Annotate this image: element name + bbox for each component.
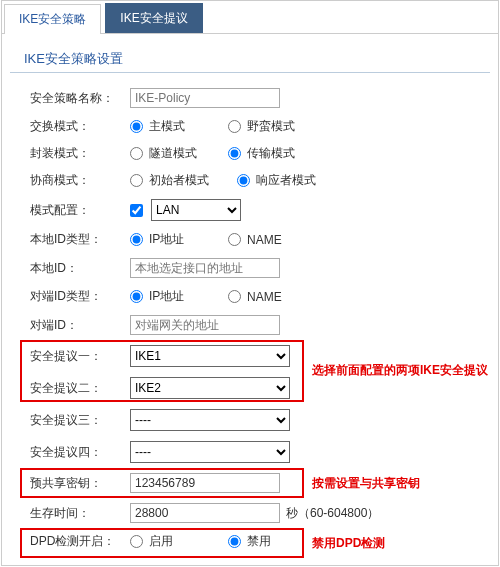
row-local-id: 本地ID： — [2, 253, 498, 283]
radio-peerid-name-label: NAME — [247, 290, 282, 304]
row-psk: 预共享密钥： — [2, 468, 498, 498]
select-proposal3[interactable]: ---- — [130, 409, 290, 431]
radio-dpd-disable[interactable]: 禁用 — [228, 533, 298, 550]
radio-nego-initiator[interactable]: 初始者模式 — [130, 172, 209, 189]
radio-encap-transport-input[interactable] — [228, 147, 241, 160]
checkbox-mode-config[interactable] — [130, 204, 143, 217]
tab-ike-proposal[interactable]: IKE安全提议 — [105, 3, 202, 33]
radio-localid-ip[interactable]: IP地址 — [130, 231, 200, 248]
radio-peerid-ip-input[interactable] — [130, 290, 143, 303]
lifetime-suffix: 秒（60-604800） — [286, 505, 379, 522]
label-psk: 预共享密钥： — [30, 475, 130, 492]
label-mode-config: 模式配置： — [30, 202, 130, 219]
label-peer-id: 对端ID： — [30, 317, 130, 334]
label-policy-name: 安全策略名称： — [30, 90, 130, 107]
tab-bar: IKE安全策略 IKE安全提议 — [2, 1, 498, 34]
radio-exchange-aggr-input[interactable] — [228, 120, 241, 133]
radio-exchange-main-input[interactable] — [130, 120, 143, 133]
label-proposal2: 安全提议二： — [30, 380, 130, 397]
radio-localid-name-label: NAME — [247, 233, 282, 247]
radio-encap-tunnel-input[interactable] — [130, 147, 143, 160]
radio-peerid-name[interactable]: NAME — [228, 290, 298, 304]
radio-localid-name-input[interactable] — [228, 233, 241, 246]
row-proposal1: 安全提议一： IKE1 — [2, 340, 498, 372]
radio-dpd-disable-label: 禁用 — [247, 533, 271, 550]
label-dpd: DPD检测开启： — [30, 533, 130, 550]
label-proposal1: 安全提议一： — [30, 348, 130, 365]
label-proposal4: 安全提议四： — [30, 444, 130, 461]
radio-nego-initiator-input[interactable] — [130, 174, 143, 187]
row-policy-name: 安全策略名称： — [2, 83, 498, 113]
row-peer-id: 对端ID： — [2, 310, 498, 340]
radio-localid-name[interactable]: NAME — [228, 233, 298, 247]
input-peer-id[interactable] — [130, 315, 280, 335]
input-psk[interactable] — [130, 473, 280, 493]
label-lifetime: 生存时间： — [30, 505, 130, 522]
row-nego-mode: 协商模式： 初始者模式 响应者模式 — [2, 167, 498, 194]
row-mode-config: 模式配置： LAN — [2, 194, 498, 226]
select-mode-config[interactable]: LAN — [151, 199, 241, 221]
select-proposal1[interactable]: IKE1 — [130, 345, 290, 367]
radio-exchange-aggr[interactable]: 野蛮模式 — [228, 118, 298, 135]
label-exchange-mode: 交换模式： — [30, 118, 130, 135]
row-proposal4: 安全提议四： ---- — [2, 436, 498, 468]
radio-encap-transport[interactable]: 传输模式 — [228, 145, 298, 162]
input-lifetime[interactable] — [130, 503, 280, 523]
radio-nego-responder-input[interactable] — [237, 174, 250, 187]
radio-peerid-ip-label: IP地址 — [149, 288, 184, 305]
label-proposal3: 安全提议三： — [30, 412, 130, 429]
radio-peerid-ip[interactable]: IP地址 — [130, 288, 200, 305]
radio-dpd-enable-input[interactable] — [130, 535, 143, 548]
row-exchange-mode: 交换模式： 主模式 野蛮模式 — [2, 113, 498, 140]
row-proposal2: 安全提议二： IKE2 — [2, 372, 498, 404]
radio-exchange-main-label: 主模式 — [149, 118, 185, 135]
radio-nego-responder[interactable]: 响应者模式 — [237, 172, 316, 189]
row-lifetime: 生存时间： 秒（60-604800） — [2, 498, 498, 528]
row-peer-id-type: 对端ID类型： IP地址 NAME — [2, 283, 498, 310]
label-encap-mode: 封装模式： — [30, 145, 130, 162]
radio-nego-initiator-label: 初始者模式 — [149, 172, 209, 189]
radio-encap-transport-label: 传输模式 — [247, 145, 295, 162]
radio-dpd-enable[interactable]: 启用 — [130, 533, 200, 550]
dpd-block: 禁用DPD检测 DPD检测开启： 启用 禁用 — [2, 528, 498, 555]
input-local-id[interactable] — [130, 258, 280, 278]
tab-ike-policy[interactable]: IKE安全策略 — [4, 4, 101, 34]
proposals-block: 选择前面配置的两项IKE安全提议 安全提议一： IKE1 安全提议二： IKE2 — [2, 340, 498, 404]
radio-exchange-main[interactable]: 主模式 — [130, 118, 200, 135]
radio-exchange-aggr-label: 野蛮模式 — [247, 118, 295, 135]
psk-block: 按需设置与共享密钥 预共享密钥： — [2, 468, 498, 498]
radio-encap-tunnel-label: 隧道模式 — [149, 145, 197, 162]
select-proposal4[interactable]: ---- — [130, 441, 290, 463]
radio-localid-ip-input[interactable] — [130, 233, 143, 246]
label-peer-id-type: 对端ID类型： — [30, 288, 130, 305]
row-proposal3: 安全提议三： ---- — [2, 404, 498, 436]
select-proposal2[interactable]: IKE2 — [130, 377, 290, 399]
radio-nego-responder-label: 响应者模式 — [256, 172, 316, 189]
radio-encap-tunnel[interactable]: 隧道模式 — [130, 145, 200, 162]
label-nego-mode: 协商模式： — [30, 172, 130, 189]
input-policy-name[interactable] — [130, 88, 280, 108]
radio-peerid-name-input[interactable] — [228, 290, 241, 303]
section-title: IKE安全策略设置 — [10, 40, 490, 73]
row-dpd: DPD检测开启： 启用 禁用 — [2, 528, 498, 555]
label-local-id-type: 本地ID类型： — [30, 231, 130, 248]
radio-dpd-enable-label: 启用 — [149, 533, 173, 550]
label-local-id: 本地ID： — [30, 260, 130, 277]
page-container: IKE安全策略 IKE安全提议 IKE安全策略设置 安全策略名称： 交换模式： … — [1, 0, 499, 566]
row-encap-mode: 封装模式： 隧道模式 传输模式 — [2, 140, 498, 167]
radio-dpd-disable-input[interactable] — [228, 535, 241, 548]
radio-localid-ip-label: IP地址 — [149, 231, 184, 248]
row-local-id-type: 本地ID类型： IP地址 NAME — [2, 226, 498, 253]
